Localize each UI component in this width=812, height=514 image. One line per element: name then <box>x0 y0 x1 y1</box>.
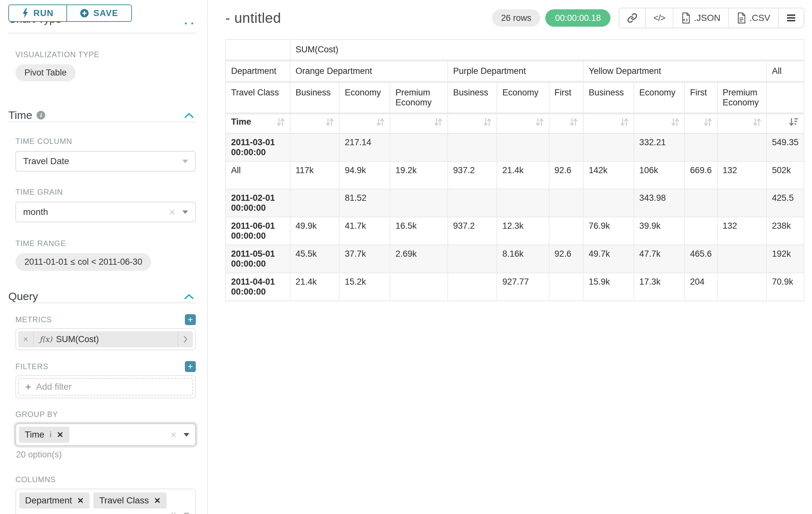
visualization-type-value[interactable]: Pivot Table <box>16 64 76 81</box>
sort-icon[interactable] <box>434 117 442 130</box>
value-cell: 2.69k <box>390 245 448 273</box>
scrolled-control-dot <box>185 23 187 24</box>
value-cell <box>549 190 584 217</box>
time-grain-select[interactable]: month × <box>16 202 196 222</box>
value-cell: 21.4k <box>497 162 549 190</box>
value-cell: 117k <box>290 162 340 190</box>
remove-pill-icon[interactable]: ✕ <box>77 496 84 505</box>
col-header: Economy <box>497 83 549 114</box>
time-range-value[interactable]: 2011-01-01 ≤ col < 2011-06-30 <box>16 253 151 271</box>
collapse-chevron-icon[interactable] <box>184 112 194 118</box>
group-by-pill-time[interactable]: Time i ✕ <box>19 427 69 443</box>
time-grain-label: TIME GRAIN <box>16 188 196 197</box>
caret-down-icon[interactable] <box>183 513 190 514</box>
add-filter-placeholder: Add filter <box>36 382 72 392</box>
value-cell: 669.6 <box>685 162 718 190</box>
run-button[interactable]: RUN <box>9 5 66 21</box>
value-sort-header[interactable] <box>718 114 767 134</box>
filters-label: FILTERS <box>16 362 49 371</box>
value-cell: 192k <box>767 245 804 273</box>
code-icon: </> <box>654 13 665 23</box>
value-sort-header[interactable] <box>497 114 549 134</box>
control-panel-scroll[interactable]: VISUALIZATION TYPE Pivot Table Time i TI… <box>0 33 207 514</box>
sort-icon[interactable] <box>483 117 491 130</box>
plus-icon: + <box>25 381 31 392</box>
caret-down-icon[interactable] <box>182 210 188 214</box>
remove-pill-icon[interactable]: ✕ <box>154 496 161 505</box>
value-sort-header[interactable] <box>448 114 497 134</box>
metric-content[interactable]: ƒ(x) SUM(Cost) <box>34 334 177 344</box>
link-icon <box>627 13 637 23</box>
value-cell: 94.9k <box>340 162 390 190</box>
chart-title[interactable]: - untitled <box>225 10 281 26</box>
value-sort-header[interactable] <box>549 114 584 134</box>
columns-select[interactable]: Department✕Travel Class✕ × <box>16 489 196 514</box>
value-cell: 92.6 <box>549 162 584 190</box>
sort-desc-icon[interactable] <box>789 117 799 130</box>
query-section-title: Query <box>8 290 38 303</box>
caret-down-icon[interactable] <box>183 433 190 437</box>
collapse-chevron-icon[interactable] <box>184 294 194 299</box>
remove-pill-icon[interactable]: ✕ <box>57 430 63 439</box>
scrolled-control-dot <box>191 23 193 24</box>
save-button[interactable]: SAVE <box>66 5 131 21</box>
value-sort-header[interactable] <box>390 114 448 134</box>
expand-metric-icon[interactable] <box>177 331 193 347</box>
export-csv-button[interactable]: .CSV <box>728 8 778 28</box>
row-dimension-sort-header[interactable]: Time <box>226 114 290 134</box>
action-bar: RUN SAVE <box>0 0 207 22</box>
sort-icon[interactable] <box>753 117 761 130</box>
section-divider <box>8 303 196 303</box>
time-column-select[interactable]: Travel Date <box>16 151 196 171</box>
value-cell <box>718 245 767 273</box>
value-sort-header[interactable] <box>340 114 390 134</box>
remove-metric-icon[interactable]: × <box>18 331 34 347</box>
sort-icon[interactable] <box>276 117 285 130</box>
value-sort-header[interactable] <box>290 114 340 134</box>
sort-icon[interactable] <box>703 117 712 130</box>
sort-icon[interactable] <box>671 117 679 130</box>
sort-icon[interactable] <box>325 117 334 130</box>
value-sort-header[interactable] <box>767 114 804 134</box>
columns-label: COLUMNS <box>16 475 196 484</box>
more-options-button[interactable] <box>778 8 804 28</box>
sort-icon[interactable] <box>535 117 544 130</box>
columns-pill[interactable]: Travel Class✕ <box>93 492 167 509</box>
menu-icon <box>786 14 796 22</box>
sort-icon[interactable] <box>376 117 384 130</box>
value-cell: 21.4k <box>290 273 340 301</box>
value-cell: 15.2k <box>340 273 390 301</box>
group-by-select[interactable]: Time i ✕ × <box>16 424 196 446</box>
row-label-cell: 2011-02-01 00:00:00 <box>226 190 290 217</box>
save-button-label: SAVE <box>93 8 118 18</box>
columns-pill[interactable]: Department✕ <box>19 492 90 509</box>
function-icon: ƒ(x) <box>39 335 52 344</box>
sort-icon[interactable] <box>620 117 629 130</box>
metric-pill[interactable]: × ƒ(x) SUM(Cost) <box>18 331 193 347</box>
value-sort-header[interactable] <box>685 114 718 134</box>
superset-explore-view: Chart Type RUN SAVE <box>0 0 812 514</box>
clear-icon[interactable]: × <box>170 509 176 514</box>
caret-down-icon[interactable] <box>182 160 188 163</box>
time-section-header: Time i <box>8 109 196 121</box>
value-sort-header[interactable] <box>583 114 634 134</box>
table-row: 2011-06-01 00:00:0049.9k41.7k16.5k937.21… <box>226 217 804 245</box>
add-filter-button[interactable]: + <box>185 361 196 372</box>
add-filter-dropzone[interactable]: + Add filter <box>18 378 193 396</box>
value-cell: 465.6 <box>685 245 718 273</box>
copy-link-button[interactable] <box>619 8 645 28</box>
sort-icon[interactable] <box>569 117 578 130</box>
embed-code-button[interactable]: </> <box>645 8 673 28</box>
add-metric-button[interactable]: + <box>185 314 196 325</box>
clear-icon[interactable]: × <box>169 207 175 217</box>
metrics-box: × ƒ(x) SUM(Cost) <box>16 328 196 350</box>
table-row: 2011-05-01 00:00:0045.5k37.7k2.69k8.16k9… <box>226 245 804 273</box>
clear-icon[interactable]: × <box>170 430 176 440</box>
value-cell: 8.16k <box>497 245 549 273</box>
value-cell <box>448 190 497 217</box>
export-json-button[interactable]: .JSON <box>673 8 728 28</box>
value-sort-header[interactable] <box>634 114 685 134</box>
visualization-type-control: VISUALIZATION TYPE Pivot Table <box>8 50 196 81</box>
col-header: Business <box>583 83 634 114</box>
control-panel: Chart Type RUN SAVE <box>0 0 208 514</box>
